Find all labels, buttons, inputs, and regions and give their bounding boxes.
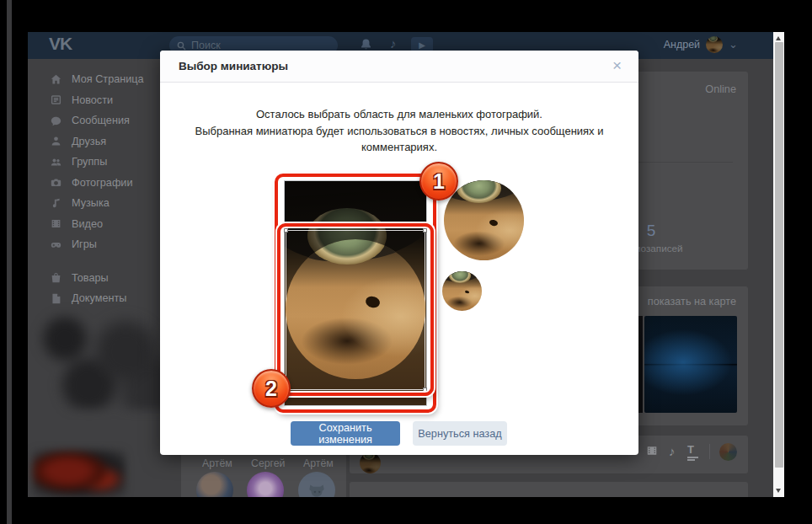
sidebar-item-video[interactable]: Видео: [51, 214, 162, 235]
friend-name[interactable]: Артём: [202, 457, 232, 469]
film-icon: [51, 218, 61, 229]
user-menu[interactable]: Андрей ⌄: [664, 36, 738, 53]
scrollbar-thumb[interactable]: [775, 42, 783, 468]
friend-avatar[interactable]: [196, 472, 233, 497]
music-note-icon: [51, 198, 61, 209]
dialog-description: Осталось выбрать область для маленьких ф…: [160, 106, 638, 156]
user-avatar: [706, 36, 723, 53]
home-icon: [51, 74, 61, 85]
search-icon: [177, 41, 186, 51]
annotation-step-1-badge: 1: [419, 162, 458, 201]
sidebar-item-games[interactable]: Игры 4: [51, 234, 162, 255]
browser-scrollbar[interactable]: [773, 32, 784, 497]
save-changes-button[interactable]: Сохранить изменения: [291, 421, 400, 446]
close-icon[interactable]: ×: [612, 57, 622, 74]
thumbnail-selection-dialog: Выбор миниатюры × Осталось выбрать облас…: [160, 51, 638, 455]
online-status: Online: [705, 83, 736, 95]
message-bubble-icon: [51, 115, 61, 126]
graffiti-app-icon[interactable]: [719, 443, 737, 461]
sidebar-item-documents[interactable]: Документы: [51, 288, 162, 309]
username-label: Андрей: [664, 39, 700, 51]
search-input[interactable]: [191, 40, 318, 51]
blurred-red-content: [33, 450, 126, 497]
music-icon[interactable]: ♪: [390, 36, 397, 51]
thumbnail-preview-small: [442, 271, 482, 311]
gamepad-icon: [51, 239, 61, 250]
camera-icon: [51, 177, 61, 188]
sidebar-navigation: Моя Страница Новости Сообщения Друзья 8 …: [51, 69, 162, 309]
scroll-down-icon[interactable]: [776, 489, 781, 493]
attach-article-icon[interactable]: T: [687, 443, 698, 461]
vk-logo[interactable]: VK: [49, 34, 72, 54]
dog-placeholder-icon: [306, 479, 328, 497]
sidebar-item-my-page[interactable]: Моя Страница: [51, 69, 162, 90]
shopping-bag-icon: [51, 272, 61, 283]
document-icon: [51, 293, 61, 304]
sidebar-item-music[interactable]: Музыка: [51, 193, 162, 214]
person-icon: [51, 136, 61, 147]
sidebar-item-groups[interactable]: Группы: [51, 152, 162, 173]
bell-icon[interactable]: [360, 38, 372, 51]
people-icon: [51, 157, 61, 168]
sidebar-item-friends[interactable]: Друзья 8: [51, 131, 162, 152]
sidebar-item-messages[interactable]: Сообщения: [51, 110, 162, 131]
scroll-up-icon[interactable]: [776, 36, 781, 40]
show-on-map-link[interactable]: показать на карте: [648, 296, 736, 307]
wall-section-card: [350, 482, 748, 497]
friend-name[interactable]: Артём: [303, 457, 334, 469]
friend-name[interactable]: Сергей: [251, 457, 285, 469]
sidebar-item-news[interactable]: Новости: [51, 90, 162, 111]
wall-photo-windows[interactable]: [644, 316, 737, 413]
friend-avatar[interactable]: [247, 472, 284, 497]
chevron-down-icon: ⌄: [729, 40, 738, 49]
blurred-content-block: [29, 308, 171, 409]
attach-music-icon[interactable]: ♪: [669, 444, 676, 458]
composer-divider: [709, 444, 710, 459]
thumbnail-preview-large: [444, 180, 524, 260]
go-back-button[interactable]: Вернуться назад: [413, 421, 507, 446]
window-edge-strip: [7, 0, 12, 524]
screenshot-frame: VK ♪ ▶ Андрей ⌄ Моя Страница Новости: [0, 0, 812, 524]
sidebar-item-photos[interactable]: Фотографии: [51, 173, 162, 194]
sidebar-item-market[interactable]: Товары: [51, 268, 162, 289]
annotation-step-2-badge: 2: [252, 369, 291, 408]
dialog-header: Выбор миниатюры ×: [160, 51, 638, 83]
annotation-box-selection: [277, 223, 434, 396]
news-icon: [51, 94, 61, 105]
dialog-title: Выбор миниатюры: [179, 60, 288, 72]
friend-avatar-placeholder[interactable]: [298, 472, 335, 497]
attach-video-icon[interactable]: [646, 445, 658, 457]
composer-avatar: [360, 452, 381, 473]
